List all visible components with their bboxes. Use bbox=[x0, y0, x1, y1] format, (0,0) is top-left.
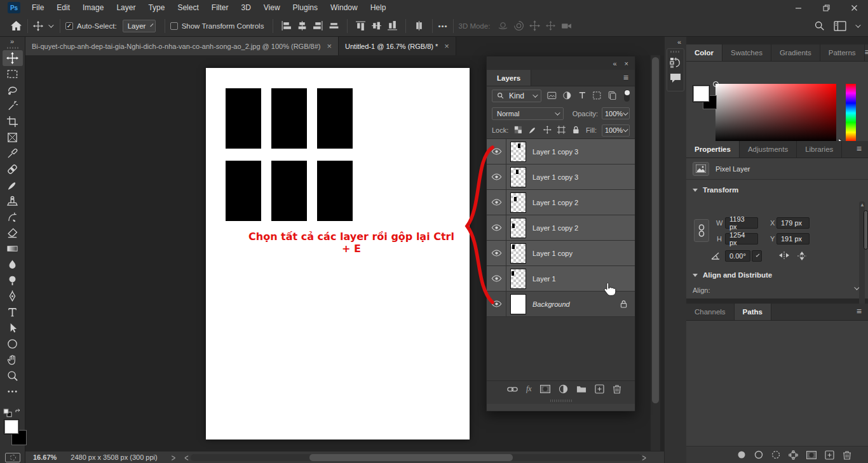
panel-grip[interactable] bbox=[670, 51, 681, 53]
layer-row[interactable]: Layer 1 copy bbox=[487, 241, 635, 266]
minimize-icon[interactable] bbox=[784, 0, 812, 15]
gradient-tool[interactable] bbox=[3, 241, 23, 257]
marquee-tool[interactable] bbox=[3, 66, 23, 82]
filter-adjustment-layers-icon[interactable] bbox=[562, 91, 572, 101]
filter-toggle-switch[interactable] bbox=[624, 90, 630, 102]
x-field[interactable]: 179 px bbox=[776, 217, 810, 229]
distribute-horizontal-icon[interactable] bbox=[329, 20, 339, 31]
close-panel-icon[interactable]: × bbox=[625, 60, 628, 67]
chevron-down-icon[interactable] bbox=[855, 22, 860, 27]
zoom-tool[interactable] bbox=[3, 368, 23, 384]
width-field[interactable]: 1193 px bbox=[725, 217, 758, 229]
menu-filter[interactable]: Filter bbox=[205, 0, 235, 15]
panel-menu-icon[interactable]: ≡ bbox=[623, 70, 635, 86]
layers-panel-titlebar[interactable]: « × bbox=[487, 57, 635, 70]
zoom-level[interactable]: 16.67% bbox=[33, 453, 57, 461]
blend-mode-dropdown[interactable]: Normal bbox=[492, 107, 564, 120]
stroke-path-icon[interactable] bbox=[754, 450, 763, 459]
toolbar-expand-icon[interactable]: » bbox=[0, 37, 25, 45]
chevron-down-icon[interactable] bbox=[48, 22, 53, 27]
hand-tool[interactable] bbox=[3, 352, 23, 368]
layer-visibility-eye-icon[interactable] bbox=[487, 292, 506, 316]
quick-mask-icon[interactable] bbox=[5, 453, 20, 462]
foreground-color-swatch[interactable] bbox=[693, 85, 710, 102]
search-icon[interactable] bbox=[814, 20, 825, 31]
history-brush-tool[interactable] bbox=[3, 209, 23, 225]
layer-name[interactable]: Layer 1 copy bbox=[532, 250, 573, 257]
delete-path-icon[interactable] bbox=[843, 450, 851, 460]
toolbar-grip[interactable] bbox=[7, 47, 18, 49]
close-tab-icon[interactable]: × bbox=[327, 41, 332, 51]
tab-color[interactable]: Color bbox=[686, 44, 722, 61]
lock-transparent-pixels-icon[interactable] bbox=[513, 125, 523, 135]
path-as-selection-icon[interactable] bbox=[771, 450, 780, 459]
y-field[interactable]: 191 px bbox=[776, 233, 810, 245]
menu-plugins[interactable]: Plugins bbox=[287, 0, 324, 15]
panel-menu-icon[interactable]: ≡ bbox=[865, 44, 868, 61]
lock-position-icon[interactable] bbox=[543, 125, 552, 135]
comments-panel-icon[interactable] bbox=[669, 72, 682, 84]
layer-thumbnail[interactable] bbox=[510, 192, 526, 213]
filter-type-layers-icon[interactable] bbox=[578, 91, 587, 101]
tab-layers[interactable]: Layers bbox=[487, 70, 531, 86]
scroll-left-icon[interactable]: < bbox=[184, 452, 188, 463]
layer-row[interactable]: Layer 1 copy 2 bbox=[487, 215, 635, 241]
menu-window[interactable]: Window bbox=[324, 0, 364, 15]
layer-name[interactable]: Background bbox=[532, 300, 570, 308]
layer-row[interactable]: Layer 1 copy 3 bbox=[487, 139, 635, 164]
new-path-icon[interactable] bbox=[825, 450, 834, 460]
layer-name[interactable]: Layer 1 copy 3 bbox=[532, 148, 578, 156]
default-colors-icon[interactable] bbox=[3, 408, 22, 417]
lasso-tool[interactable] bbox=[3, 82, 23, 98]
color-saturation-field[interactable] bbox=[715, 84, 836, 142]
more-tools[interactable] bbox=[3, 384, 23, 399]
properties-scrollbar[interactable]: ▲ ▼ bbox=[859, 201, 865, 309]
menu-layer[interactable]: Layer bbox=[110, 0, 142, 15]
close-icon[interactable] bbox=[840, 0, 868, 15]
move-tool[interactable] bbox=[3, 50, 23, 66]
filter-shape-layers-icon[interactable] bbox=[592, 91, 602, 101]
canvas-document[interactable]: Chọn tất cả các layer rồi gộp lại Ctrl +… bbox=[206, 68, 470, 440]
add-layer-mask-icon[interactable] bbox=[540, 385, 550, 393]
healing-brush-tool[interactable] bbox=[3, 161, 23, 177]
crop-tool[interactable] bbox=[3, 114, 23, 130]
pen-tool[interactable] bbox=[3, 288, 23, 304]
lock-image-pixels-icon[interactable] bbox=[528, 125, 538, 135]
rotation-field[interactable]: 0.00° bbox=[725, 250, 750, 262]
auto-select-checkbox[interactable]: ✓ bbox=[65, 22, 73, 30]
vertical-scrollbar-thumb[interactable] bbox=[652, 57, 659, 403]
ellipse-tool[interactable] bbox=[3, 336, 23, 352]
horizontal-scrollbar-thumb[interactable] bbox=[309, 454, 513, 461]
menu-select[interactable]: Select bbox=[171, 0, 205, 15]
restore-icon[interactable] bbox=[812, 0, 840, 15]
link-layers-icon[interactable] bbox=[507, 386, 518, 393]
color-picker-marker[interactable] bbox=[713, 81, 719, 87]
layer-lock-icon[interactable] bbox=[620, 300, 627, 308]
add-mask-icon[interactable] bbox=[806, 451, 817, 459]
layer-visibility-eye-icon[interactable] bbox=[487, 190, 506, 215]
layer-row[interactable]: Layer 1 copy 3 bbox=[487, 164, 635, 190]
document-tab-active[interactable]: Untitled-1 @ 16.7% (RGB/8) * × bbox=[339, 37, 456, 55]
auto-select-target-dropdown[interactable]: Layer bbox=[123, 20, 156, 32]
document-tab[interactable]: Bi-quyet-chup-anh-dep-tai-gia-Nghi-dich-… bbox=[25, 37, 339, 55]
layers-list-empty-area[interactable] bbox=[487, 317, 635, 380]
filter-pixel-layers-icon[interactable] bbox=[547, 91, 557, 101]
layer-row[interactable]: Layer 1 bbox=[487, 266, 635, 292]
layer-name[interactable]: Layer 1 copy 3 bbox=[532, 173, 578, 181]
tab-swatches[interactable]: Swatches bbox=[722, 44, 771, 61]
align-vertical-centers-icon[interactable] bbox=[371, 20, 382, 31]
align-top-edges-icon[interactable] bbox=[355, 20, 366, 31]
panel-menu-icon[interactable]: ≡ bbox=[857, 304, 868, 320]
frame-tool[interactable] bbox=[3, 130, 23, 145]
menu-edit[interactable]: Edit bbox=[50, 0, 76, 15]
flip-horizontal-icon[interactable] bbox=[778, 251, 790, 260]
tab-gradients[interactable]: Gradients bbox=[771, 44, 820, 61]
align-left-edges-icon[interactable] bbox=[281, 20, 292, 31]
mask-from-path-icon[interactable] bbox=[789, 450, 798, 460]
tab-libraries[interactable]: Libraries bbox=[797, 141, 842, 158]
blur-tool[interactable] bbox=[3, 257, 23, 272]
align-right-edges-icon[interactable] bbox=[313, 20, 323, 31]
layer-name[interactable]: Layer 1 copy 2 bbox=[532, 224, 578, 232]
type-tool[interactable] bbox=[3, 304, 23, 320]
tab-adjustments[interactable]: Adjustments bbox=[740, 141, 797, 158]
